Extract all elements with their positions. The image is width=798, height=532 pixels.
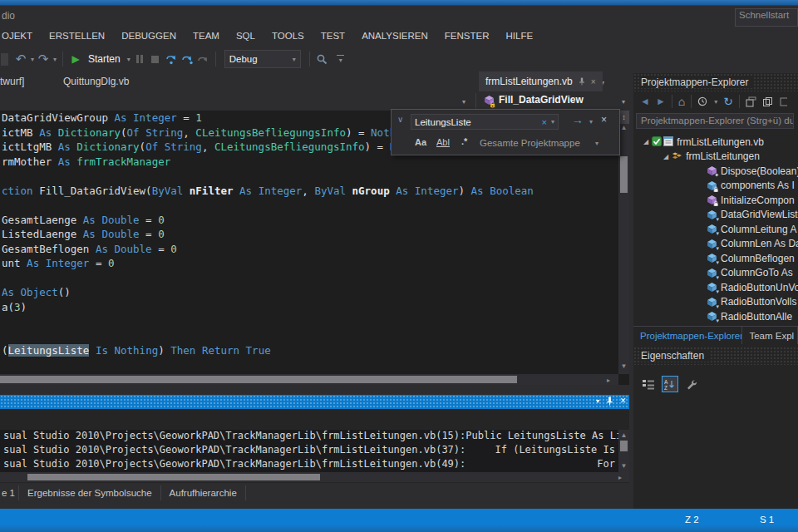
tree-item-initializecompon[interactable]: 🔒InitializeCompon xyxy=(707,193,795,208)
clear-search-icon[interactable]: × xyxy=(542,117,547,127)
toolwindow-title-bar[interactable]: ▾ × xyxy=(0,395,629,409)
result-list[interactable]: sual Studio 2010\Projects\GeoworkPAD\Tra… xyxy=(0,430,618,472)
menu-item-erstellen[interactable]: ERSTELLEN xyxy=(41,27,113,44)
members-dropdown-icon[interactable]: ▾ xyxy=(622,98,625,106)
find-next-options-icon[interactable]: ▾ xyxy=(589,118,593,126)
result-row[interactable]: sual Studio 2010\Projects\GeoworkPAD\Tra… xyxy=(0,430,618,444)
alphabetical-sort-icon[interactable]: AZ xyxy=(662,376,678,392)
pending-changes-filter-icon[interactable] xyxy=(697,96,707,106)
property-pages-icon[interactable] xyxy=(683,376,700,392)
toolbar-options-icon[interactable]: ▾ xyxy=(337,55,344,64)
undo-dropdown-icon[interactable]: ▾ xyxy=(31,56,34,63)
tree-item-frmlistleitungen[interactable]: ◢frmListLeitungen xyxy=(663,150,760,165)
stop-icon[interactable] xyxy=(149,50,162,68)
doc-tab-twurf[interactable]: twurf] xyxy=(0,71,40,91)
bottom-tab-ergebnisse-der-symbolsuche[interactable]: Ergebnisse der Symbolsuche xyxy=(19,485,161,500)
start-button[interactable]: Starten xyxy=(88,53,121,65)
close-tab-icon[interactable]: × xyxy=(591,77,596,86)
refresh-icon[interactable]: ↻ xyxy=(723,95,733,108)
match-case-icon[interactable]: Aa xyxy=(415,137,426,147)
tree-item-columnlenasda[interactable]: ▾ColumnLen As Da xyxy=(707,237,798,252)
tree-item-columngotoas[interactable]: ▾ColumnGoTo As xyxy=(707,266,793,281)
step-over-icon[interactable] xyxy=(180,50,194,68)
tree-item-frmlistleitungenvb[interactable]: ◢frmListLeitungen.vb xyxy=(643,135,764,150)
doc-tab-frmlistleitungenvb[interactable]: frmListLeitungen.vb× xyxy=(479,71,603,91)
window-position-icon[interactable]: ▾ xyxy=(596,397,599,405)
clipped-toolbar-icon[interactable] xyxy=(779,96,787,107)
tree-item-datagridviewliste[interactable]: ▾DataGridViewListe xyxy=(707,208,798,223)
results-vscroll-thumb[interactable] xyxy=(620,441,628,451)
menu-item-test[interactable]: TEST xyxy=(313,27,353,44)
expander-icon[interactable]: ◢ xyxy=(663,153,668,160)
pause-icon[interactable] xyxy=(133,50,146,68)
menu-item-sql[interactable]: SQL xyxy=(228,27,264,44)
back-icon[interactable]: ◄ xyxy=(640,96,650,107)
solution-configurations-combo[interactable]: Debug ▾ xyxy=(224,50,301,68)
pin-icon[interactable] xyxy=(579,77,585,86)
forward-icon[interactable]: ► xyxy=(656,96,666,107)
menu-item-team[interactable]: TEAM xyxy=(185,27,228,44)
start-dropdown-icon[interactable]: ▾ xyxy=(127,56,131,63)
search-scope-select[interactable]: Gesamte Projektmappe xyxy=(480,138,580,148)
expand-replace-icon[interactable]: ∨ xyxy=(397,115,403,124)
menu-item-hilfe[interactable]: HILFE xyxy=(498,27,542,44)
clipped-toolbar-icon[interactable] xyxy=(1,53,8,66)
search-history-dropdown-icon[interactable]: ▾ xyxy=(551,118,554,126)
explorer-tab-projektmappen-explorer[interactable]: Projektmappen-Explorer xyxy=(633,327,742,344)
find-in-files-icon[interactable] xyxy=(316,50,329,68)
home-icon[interactable]: ⌂ xyxy=(678,95,685,108)
hscroll-thumb[interactable] xyxy=(0,376,517,383)
menu-item-analysieren[interactable]: ANALYSIEREN xyxy=(353,27,436,44)
menu-item-fenster[interactable]: FENSTER xyxy=(436,27,498,44)
find-search-input[interactable]: LeitungsListe × ▾ xyxy=(411,114,559,130)
filter-dropdown-icon[interactable]: ▾ xyxy=(714,98,717,106)
scroll-right-icon[interactable]: ▸ xyxy=(607,377,610,384)
expander-icon[interactable]: ◢ xyxy=(643,138,648,145)
tree-item-radiobuttonvolls[interactable]: ▾RadioButtonVolls xyxy=(707,295,796,310)
start-debug-icon[interactable]: ▶ xyxy=(69,50,82,68)
scroll-right-icon[interactable]: ▸ xyxy=(618,474,622,481)
doc-tab-quittungdlgvb[interactable]: QuittungDlg.vb xyxy=(63,71,155,91)
scroll-down-icon[interactable]: ▼ xyxy=(618,362,629,370)
close-toolwindow-icon[interactable]: × xyxy=(620,396,626,406)
collapse-all-icon[interactable] xyxy=(746,96,756,107)
menu-item-ojekt[interactable]: OJEKT xyxy=(0,27,41,44)
redo-icon[interactable]: ↷ xyxy=(37,50,50,68)
result-row[interactable]: sual Studio 2010\Projects\GeoworkPAD\Tra… xyxy=(0,458,618,472)
results-hscroll-thumb[interactable] xyxy=(27,474,320,480)
whole-word-icon[interactable]: Abl xyxy=(436,137,450,147)
editor-horizontal-scrollbar[interactable]: ▸ xyxy=(0,374,618,385)
properties-panel-title[interactable]: Eigenschaften xyxy=(633,347,798,365)
step-into-icon[interactable] xyxy=(165,50,178,68)
explorer-tab-team-expl[interactable]: Team Expl xyxy=(742,327,798,344)
tree-item-disposeboolean[interactable]: ✦Dispose(Boolean) xyxy=(707,164,798,179)
tree-item-componentsasi[interactable]: 🔒components As I xyxy=(707,179,795,194)
show-all-files-icon[interactable] xyxy=(762,96,773,107)
categorized-icon[interactable] xyxy=(640,376,657,392)
menu-item-debuggen[interactable]: DEBUGGEN xyxy=(113,27,185,44)
tree-item-columnleitunga[interactable]: ▾ColumnLeitung A xyxy=(707,222,796,237)
find-next-icon[interactable]: → xyxy=(572,113,584,126)
panel-title[interactable]: Projektmappen-Explorer xyxy=(633,73,798,91)
quick-launch-box[interactable]: Schnellstart xyxy=(735,8,798,27)
undo-icon[interactable]: ↶ xyxy=(14,50,27,68)
solution-search-input[interactable]: Projektmappen-Explorer (Strg+ü) du xyxy=(636,113,794,129)
tree-item-radiobuttonalle[interactable]: ▾RadioButtonAlle xyxy=(707,309,792,324)
result-row[interactable]: sual Studio 2010\Projects\GeoworkPAD\Tra… xyxy=(0,444,618,458)
types-dropdown-icon[interactable]: ▾ xyxy=(462,98,466,106)
vscroll-thumb[interactable] xyxy=(620,156,628,193)
bottom-tab-aufrufhierarchie[interactable]: Aufrufhierarchie xyxy=(161,485,246,500)
redo-dropdown-icon[interactable]: ▾ xyxy=(53,56,57,63)
pin-icon[interactable] xyxy=(606,397,613,406)
tree-item-columnbeflogen[interactable]: ▾ColumnBeflogen xyxy=(707,251,795,266)
menu-item-tools[interactable]: TOOLS xyxy=(264,27,313,44)
bottom-tab-e-1[interactable]: e 1 xyxy=(0,485,19,500)
step-out-icon[interactable] xyxy=(196,50,209,68)
scroll-down-icon[interactable]: ▼ xyxy=(618,462,629,470)
scope-dropdown-icon[interactable]: ▾ xyxy=(595,140,598,147)
scroll-up-icon[interactable]: ▲ xyxy=(618,430,629,439)
regex-icon[interactable]: .* xyxy=(461,136,467,146)
results-horizontal-scrollbar[interactable]: ▸ xyxy=(0,472,629,482)
tree-item-radiobuttonunvo[interactable]: ▾RadioButtonUnVo xyxy=(707,280,798,295)
members-dropdown[interactable]: 🔒 Fill_DataGridView xyxy=(484,94,584,106)
